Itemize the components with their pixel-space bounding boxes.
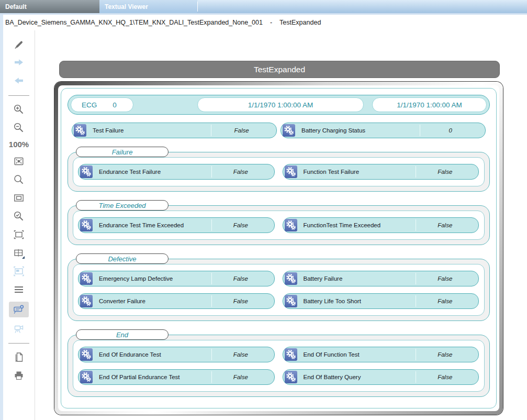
field-value: False xyxy=(416,351,474,358)
field-label: Converter Failure xyxy=(99,298,145,304)
zoom-in-icon[interactable] xyxy=(13,103,25,116)
gears-icon xyxy=(283,124,295,137)
field-end-of-function-test[interactable]: End Of Function TestFalse xyxy=(283,347,479,362)
faceplate-frame: ECG 0 1/1/1970 1:00:00 AM 1/1/1970 1:00:… xyxy=(54,82,503,415)
field-value: False xyxy=(211,374,270,380)
group-label-row: Failure xyxy=(68,147,490,157)
edit-pen-icon[interactable] xyxy=(13,38,25,50)
field-label: End Of Partial Endurance Test xyxy=(99,374,180,380)
timestamp-field-1[interactable]: 1/1/1970 1:00:00 AM xyxy=(197,97,364,112)
group-inner-panel: End Of Endurance TestFalseEnd Of Functio… xyxy=(73,340,485,392)
camera-icon[interactable] xyxy=(13,322,25,335)
forward-arrow-icon[interactable] xyxy=(13,56,25,69)
field-battery-life-too-short[interactable]: Battery Life Too ShortFalse xyxy=(283,293,479,309)
group-inner-panel: Emergency Lamp DefectiveFalseBattery Fai… xyxy=(73,264,485,316)
field-test-failure[interactable]: Test FailureFalse xyxy=(72,123,277,138)
field-emergency-lamp-defective[interactable]: Emergency Lamp DefectiveFalse xyxy=(78,271,275,286)
layers-lines-icon[interactable] xyxy=(13,283,25,296)
group-failure: FailureEndurance Test FailureFalseFuncti… xyxy=(68,147,490,192)
gears-icon xyxy=(80,272,93,285)
field-label: FunctionTest Time Exceeded xyxy=(304,222,381,228)
field-endurance-test-failure[interactable]: Endurance Test FailureFalse xyxy=(78,164,275,180)
group-list: FailureEndurance Test FailureFalseFuncti… xyxy=(66,147,491,397)
field-value: False xyxy=(416,169,474,175)
field-functiontest-time-exceeded[interactable]: FunctionTest Time ExceededFalse xyxy=(283,217,479,233)
tab-default[interactable]: Default xyxy=(0,0,99,13)
group-label: Defective xyxy=(76,253,169,264)
group-box: Endurance Test FailureFalseFunction Test… xyxy=(68,152,490,192)
tab-bar: Default Textual Viewer xyxy=(0,0,527,15)
faceplate-content: ECG 0 1/1/1970 1:00:00 AM 1/1/1970 1:00:… xyxy=(61,88,497,408)
gears-icon xyxy=(80,165,93,178)
tool-palette: 100% xyxy=(3,30,35,420)
field-end-of-endurance-test[interactable]: End Of Endurance TestFalse xyxy=(78,347,275,362)
group-inner-panel: Endurance Test Time ExceededFalseFunctio… xyxy=(73,211,485,240)
breadcrumb-path: BA_Device_Siemens_GAMMA_KNX_HQ_1\TEM_KNX… xyxy=(5,19,263,26)
gears-icon xyxy=(74,124,86,137)
gears-icon xyxy=(285,348,297,361)
fit-window-icon[interactable] xyxy=(13,192,25,204)
timestamp-1-value: 1/1/1970 1:00:00 AM xyxy=(248,101,313,109)
field-label: Battery Life Too Short xyxy=(304,298,361,304)
gears-icon xyxy=(285,165,297,178)
tab-textual-viewer[interactable]: Textual Viewer xyxy=(99,0,197,13)
back-arrow-icon[interactable] xyxy=(13,74,25,87)
field-value: False xyxy=(416,374,474,380)
group-label-row: Defective xyxy=(68,253,490,264)
field-label: End Of Function Test xyxy=(304,351,360,358)
field-label: Battery Charging Status xyxy=(301,127,365,134)
field-label: End Of Battery Query xyxy=(304,374,361,380)
tooltip-search-icon[interactable] xyxy=(9,302,29,317)
field-endurance-test-time-exceeded[interactable]: Endurance Test Time ExceededFalse xyxy=(78,217,275,233)
field-label: Endurance Test Time Exceeded xyxy=(99,222,184,228)
field-value: False xyxy=(211,127,272,134)
breadcrumb: BA_Device_Siemens_GAMMA_KNX_HQ_1\TEM_KNX… xyxy=(0,15,527,30)
zoom-out-icon[interactable] xyxy=(13,121,25,134)
field-value: False xyxy=(416,298,474,304)
gears-icon xyxy=(80,371,93,383)
field-function-test-failure[interactable]: Function Test FailureFalse xyxy=(283,164,479,180)
group-box: Emergency Lamp DefectiveFalseBattery Fai… xyxy=(68,259,490,321)
field-value: False xyxy=(211,275,270,282)
group-label-row: Time Exceeded xyxy=(68,200,490,211)
field-end-of-partial-endurance-test[interactable]: End Of Partial Endurance TestFalse xyxy=(78,369,275,385)
gears-icon xyxy=(80,219,93,231)
crosshair-select-icon[interactable] xyxy=(13,247,25,259)
field-label: Function Test Failure xyxy=(304,169,360,175)
field-value: False xyxy=(416,222,474,228)
timestamp-field-2[interactable]: 1/1/1970 1:00:00 AM xyxy=(372,97,487,112)
group-time-exceeded: Time ExceededEndurance Test Time Exceede… xyxy=(68,200,490,245)
field-battery-failure[interactable]: Battery FailureFalse xyxy=(283,271,479,286)
ecg-count-field[interactable]: ECG 0 xyxy=(71,97,133,112)
group-box: End Of Endurance TestFalseEnd Of Functio… xyxy=(68,335,490,397)
group-label: Time Exceeded xyxy=(76,200,169,211)
page-icon[interactable] xyxy=(13,351,25,363)
group-label: Failure xyxy=(76,147,169,157)
search-icon[interactable] xyxy=(13,173,25,186)
gears-icon xyxy=(285,272,297,285)
field-end-of-battery-query[interactable]: End Of Battery QueryFalse xyxy=(283,369,479,385)
field-label: Endurance Test Failure xyxy=(99,169,161,175)
print-icon[interactable] xyxy=(13,369,25,382)
pan-region-icon[interactable] xyxy=(13,265,25,278)
field-label: End Of Endurance Test xyxy=(99,351,161,358)
field-value: False xyxy=(211,169,270,175)
toolbar-divider-line xyxy=(35,30,35,420)
select-region-icon[interactable] xyxy=(13,228,25,241)
field-converter-failure[interactable]: Converter FailureFalse xyxy=(78,293,275,309)
field-value: False xyxy=(211,298,270,304)
ecg-label: ECG xyxy=(82,101,97,109)
field-label: Emergency Lamp Defective xyxy=(99,275,173,282)
field-battery-charging-status[interactable]: Battery Charging Status0 xyxy=(281,123,486,138)
gears-icon xyxy=(285,371,297,383)
field-value: False xyxy=(211,351,270,358)
ecg-status-row: ECG 0 1/1/1970 1:00:00 AM 1/1/1970 1:00:… xyxy=(68,95,490,115)
toolbar-divider xyxy=(8,343,29,344)
zoom-fit-center-icon[interactable] xyxy=(13,155,25,168)
group-label: End xyxy=(76,329,169,340)
ecg-value: 0 xyxy=(113,101,117,109)
group-box: Endurance Test Time ExceededFalseFunctio… xyxy=(68,205,490,245)
gears-icon xyxy=(285,219,297,231)
tab-default-label: Default xyxy=(5,3,27,10)
zoom-confirm-icon[interactable] xyxy=(13,210,25,223)
